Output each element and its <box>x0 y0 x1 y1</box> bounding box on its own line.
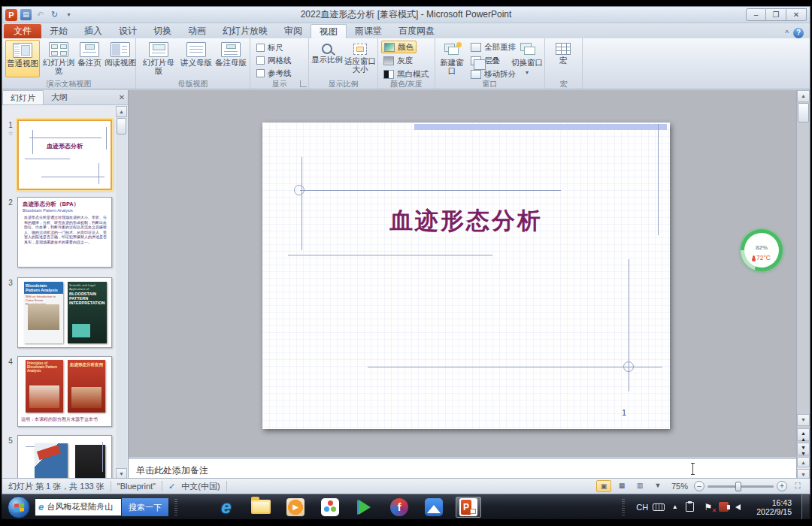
taskbar-clock[interactable]: 16:43 2022/9/15 <box>752 498 796 516</box>
editor-scroll-thumb[interactable] <box>798 103 809 122</box>
flash-app-icon[interactable]: f <box>386 497 412 518</box>
qat-dropdown-icon[interactable]: ▾ <box>63 9 74 20</box>
spellcheck-icon[interactable]: ✓ <box>162 482 181 491</box>
previous-slide-button[interactable]: ▲▲ <box>797 428 810 441</box>
slide-canvas[interactable]: 血迹形态分析 1 <box>262 122 670 429</box>
slide-thumbnail-1[interactable]: 血迹形态分析 <box>17 119 112 190</box>
panel-scrollbar[interactable]: ▲ ▼ <box>116 106 127 479</box>
zoom-out-button[interactable]: – <box>694 481 704 491</box>
normal-view-toggle[interactable]: ▣ <box>596 480 611 492</box>
fit-to-window-button[interactable]: 适应窗口大小 <box>344 40 377 77</box>
slide-title-text[interactable]: 血迹形态分析 <box>308 205 625 237</box>
color-mode-button[interactable]: 颜色 <box>381 41 417 53</box>
slide-thumbnail-3[interactable]: Bloodstain Pattern Analysis With an Intr… <box>17 277 112 348</box>
window-title: 2022血迹形态分析 [兼容模式] - Microsoft PowerPoint <box>2 8 810 21</box>
performance-overlay-badge[interactable]: 82% 72°C <box>741 229 783 271</box>
scroll-up-icon[interactable]: ▲ <box>797 457 810 467</box>
file-explorer-icon[interactable] <box>248 497 274 518</box>
slide-number: 5 <box>6 437 15 445</box>
scroll-up-icon[interactable]: ▲ <box>797 90 810 102</box>
minimize-button[interactable]: – <box>746 8 766 21</box>
quick-access-toolbar: P ▤ ↶ ↻ ▾ <box>5 9 74 21</box>
undo-icon[interactable]: ↶ <box>35 9 46 20</box>
blueprint-line <box>368 367 662 367</box>
handout-master-button[interactable]: 讲义母版 <box>180 40 213 77</box>
tab-animations[interactable]: 动画 <box>180 24 214 38</box>
notes-placeholder[interactable]: 单击此处添加备注 <box>136 464 208 477</box>
slide-sorter-toggle[interactable]: ▦ <box>614 480 629 492</box>
app-launcher-icon[interactable] <box>317 497 343 518</box>
tab-insert[interactable]: 插入 <box>76 24 111 38</box>
tencent-video-icon[interactable] <box>352 497 377 518</box>
panel-close-icon[interactable]: ✕ <box>116 91 128 104</box>
notes-master-button[interactable]: 备注母版 <box>214 40 247 77</box>
next-slide-button[interactable]: ▼▼ <box>797 443 810 455</box>
slide-sorter-button[interactable]: 幻灯片浏览 <box>41 40 76 77</box>
search-button[interactable]: 搜索一下 <box>122 498 168 516</box>
notes-page-button[interactable]: 备注页 <box>74 40 105 77</box>
grayscale-button[interactable]: 灰度 <box>381 54 415 67</box>
zoom-in-button[interactable]: + <box>777 481 787 491</box>
dialog-launcher-icon[interactable] <box>300 80 307 87</box>
tab-rain-classroom[interactable]: 雨课堂 <box>347 24 390 38</box>
macros-button[interactable]: 宏 <box>547 40 579 77</box>
guides-checkbox[interactable]: 参考线 <box>256 68 292 79</box>
reading-view-button[interactable]: 阅读视图 <box>103 40 138 77</box>
tab-design[interactable]: 设计 <box>111 24 145 38</box>
notes-pane[interactable]: 单击此处添加备注 <box>129 457 798 479</box>
save-icon[interactable]: ▤ <box>20 9 32 20</box>
slide-master-button[interactable]: 幻灯片母版 <box>139 40 178 77</box>
sync-tray-icon[interactable] <box>686 502 697 512</box>
input-language-indicator[interactable]: CH <box>636 503 647 512</box>
start-button[interactable] <box>8 496 30 518</box>
cascade-button[interactable]: 层叠 <box>468 54 502 67</box>
speaker-icon[interactable] <box>735 504 747 510</box>
panel-scroll-thumb[interactable] <box>117 118 126 135</box>
language-indicator[interactable]: 中文(中国) <box>181 481 226 492</box>
tab-slideshow[interactable]: 幻灯片放映 <box>214 24 276 38</box>
slide-thumbnail-4[interactable]: Principles of Bloodstain Pattern Analysi… <box>17 356 112 427</box>
powerpoint-taskbar-icon[interactable]: P <box>456 497 481 518</box>
tab-baidu-netdisk[interactable]: 百度网盘 <box>390 24 443 38</box>
tab-transitions[interactable]: 切换 <box>145 24 180 38</box>
action-center-flag-icon[interactable]: ⚑✕ <box>702 502 714 512</box>
cloud-docs-app-icon[interactable] <box>421 497 447 518</box>
switch-windows-button[interactable]: 切换窗口 ▾ <box>511 40 544 77</box>
show-desktop-button[interactable] <box>801 494 809 519</box>
collapse-ribbon-icon[interactable]: ^ <box>785 29 789 38</box>
slide-thumbnail-2[interactable]: 血迹形态分析（BPA） Bloodstain Pattern Analysis … <box>17 197 112 268</box>
notes-scrollbar[interactable]: ▲ ▼ <box>796 457 810 479</box>
new-window-button[interactable]: 新建窗口 <box>437 40 467 77</box>
internet-explorer-icon[interactable]: e <box>214 497 239 518</box>
zoom-slider-thumb[interactable] <box>735 482 741 491</box>
restore-button[interactable]: ❐ <box>766 8 786 21</box>
tab-view[interactable]: 视图 <box>311 24 347 38</box>
keyboard-icon[interactable] <box>653 503 664 511</box>
slideshow-toggle[interactable]: ▼ <box>650 480 665 492</box>
scroll-down-icon[interactable]: ▼ <box>797 414 810 426</box>
editor-scrollbar[interactable]: ▲ ▼ ▲▲ ▼▼ <box>796 90 810 457</box>
ruler-checkbox[interactable]: 标尺 <box>256 42 283 53</box>
zoom-button[interactable]: 显示比例 <box>311 40 344 77</box>
zoom-percent[interactable]: 75% <box>668 482 691 491</box>
hidden-icons-caret[interactable]: ▲ <box>669 503 680 510</box>
zoom-slider[interactable] <box>707 485 774 488</box>
search-input[interactable]: e 台风梅花登陆舟山 <box>35 498 122 516</box>
ribbon: 普通视图 幻灯片浏览 备注页 阅读视图 演示文稿视图 幻灯片母版 <box>2 38 810 89</box>
overlay-percent: 82 <box>756 244 762 251</box>
reading-view-toggle[interactable]: ▥ <box>632 480 647 492</box>
tab-file[interactable]: 文件 <box>4 24 41 38</box>
redo-icon[interactable]: ↻ <box>49 9 60 20</box>
close-button[interactable]: ✕ <box>786 8 807 21</box>
powerpoint-logo-icon[interactable]: P <box>5 9 17 21</box>
tab-outline[interactable]: 大纲 <box>44 90 75 104</box>
tab-slides[interactable]: 幻灯片 <box>2 90 44 104</box>
gridlines-checkbox[interactable]: 网格线 <box>256 55 292 66</box>
tab-review[interactable]: 审阅 <box>276 24 311 38</box>
media-player-icon[interactable] <box>283 497 308 518</box>
help-icon[interactable]: ? <box>793 28 804 38</box>
tab-home[interactable]: 开始 <box>41 24 76 38</box>
normal-view-button[interactable]: 普通视图 <box>5 40 40 77</box>
scroll-up-icon[interactable]: ▲ <box>116 106 127 117</box>
fit-slide-to-window-button[interactable]: ⛶ <box>790 480 805 492</box>
